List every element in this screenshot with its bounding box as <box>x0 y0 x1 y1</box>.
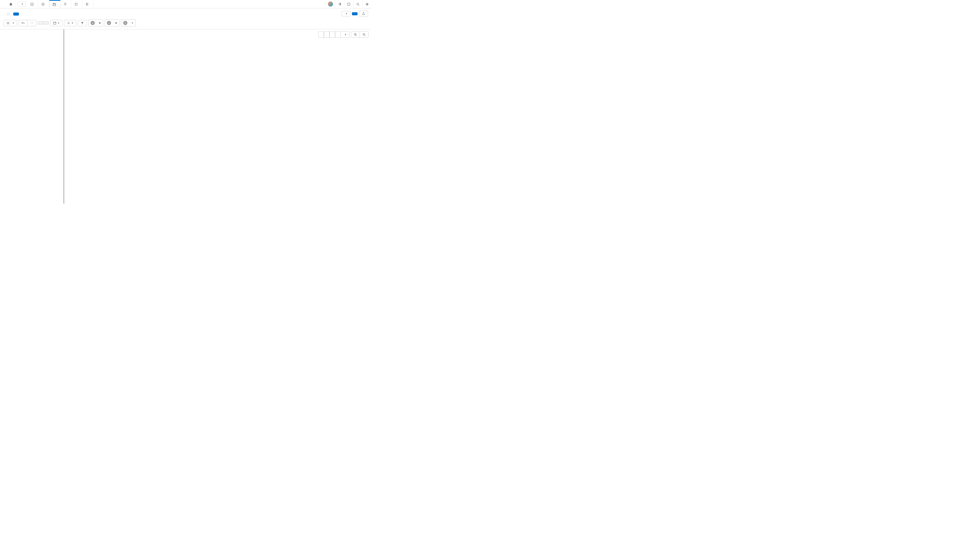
search-icon <box>356 3 360 6</box>
avatar[interactable] <box>326 0 335 8</box>
gantt-view-button[interactable]: ▼ <box>3 20 17 26</box>
nav-strategy[interactable] <box>38 0 49 8</box>
filter-workspace[interactable]: ✕ <box>88 19 103 27</box>
gantt-timeline[interactable]: ▼ <box>64 29 372 203</box>
gantt-sidebar <box>0 29 64 203</box>
undo-button[interactable] <box>19 20 27 26</box>
nav-ideas[interactable] <box>60 0 72 8</box>
views-dropdown[interactable]: ▼ <box>342 11 350 16</box>
gear-icon <box>67 21 70 25</box>
zoom-in-icon <box>354 33 357 36</box>
filter-button[interactable] <box>78 20 87 26</box>
favorite-star-icon[interactable]: ☆ <box>6 11 10 17</box>
workspace-selector[interactable]: ▼ <box>18 2 26 6</box>
zoom-out-icon <box>363 33 366 36</box>
svg-rect-1 <box>32 4 32 5</box>
help-icon[interactable]: ? <box>344 0 353 8</box>
nav-releases[interactable] <box>49 0 60 8</box>
info-icon <box>30 3 34 6</box>
target-icon <box>41 3 45 6</box>
remove-filter-icon[interactable]: ✕ <box>91 21 95 25</box>
grid-icon <box>75 3 78 6</box>
svg-point-2 <box>32 3 32 3</box>
plus-icon <box>365 2 369 6</box>
bulb-icon <box>64 3 67 6</box>
redo-icon <box>30 21 33 25</box>
share-icon <box>362 12 365 15</box>
releases-filter[interactable] <box>38 21 43 24</box>
svg-point-4 <box>43 3 43 4</box>
roadmap-icon <box>86 3 89 6</box>
gantt-chart: ▼ <box>0 29 372 203</box>
zoom-fit[interactable] <box>335 32 341 38</box>
svg-rect-8 <box>76 3 77 3</box>
calendar-icon <box>53 21 56 25</box>
filter-release[interactable]: ✕ <box>105 19 119 27</box>
svg-text:?: ? <box>348 3 349 5</box>
svg-rect-7 <box>75 3 76 3</box>
gear-icon <box>338 3 341 6</box>
svg-rect-9 <box>75 5 76 5</box>
nav-features[interactable] <box>72 0 83 8</box>
save-changes-button[interactable] <box>352 12 358 15</box>
remove-filter-icon[interactable]: ✕ <box>107 21 111 25</box>
home-nav[interactable] <box>6 0 16 8</box>
zoom-1q[interactable] <box>318 32 324 38</box>
settings-dropdown[interactable]: ▼ <box>64 20 76 26</box>
share-button[interactable] <box>359 11 368 17</box>
zoom-out-button[interactable] <box>360 32 369 38</box>
svg-rect-23 <box>54 22 56 24</box>
svg-point-16 <box>357 3 359 5</box>
zoom-in-button[interactable] <box>351 32 360 38</box>
toolbar: ▼ ▼ ▼ ✕ ✕ ✕ ▼ <box>0 19 372 29</box>
svg-line-17 <box>359 5 360 5</box>
svg-line-27 <box>356 35 357 36</box>
undo-icon <box>21 21 25 25</box>
svg-rect-5 <box>53 3 56 6</box>
svg-rect-10 <box>76 5 77 5</box>
settings-icon[interactable] <box>335 0 344 8</box>
question-icon: ? <box>347 3 350 6</box>
nav-roadmaps[interactable] <box>83 0 94 8</box>
svg-point-25 <box>68 22 69 23</box>
zoom-6m[interactable] <box>324 32 329 38</box>
page-header: ☆ ▼ <box>0 8 372 19</box>
calendar-icon <box>52 3 56 6</box>
date-picker-button[interactable]: ▼ <box>50 20 62 26</box>
add-release-button[interactable] <box>13 13 19 16</box>
epics-filter[interactable] <box>43 21 49 24</box>
redo-button[interactable] <box>27 20 36 26</box>
remove-filter-icon[interactable]: ✕ <box>123 21 127 25</box>
nav-info[interactable] <box>27 0 38 8</box>
funnel-icon <box>81 21 84 25</box>
svg-line-31 <box>365 35 366 36</box>
top-nav: ▼ ? <box>0 0 372 8</box>
list-icon <box>6 21 10 25</box>
home-icon <box>9 3 13 6</box>
search-button[interactable] <box>353 0 363 8</box>
filter-settings[interactable]: ✕ ▼ <box>121 19 136 27</box>
add-button[interactable] <box>363 0 372 8</box>
zoom-1y[interactable] <box>329 32 335 38</box>
zoom-custom[interactable]: ▼ <box>341 32 349 38</box>
